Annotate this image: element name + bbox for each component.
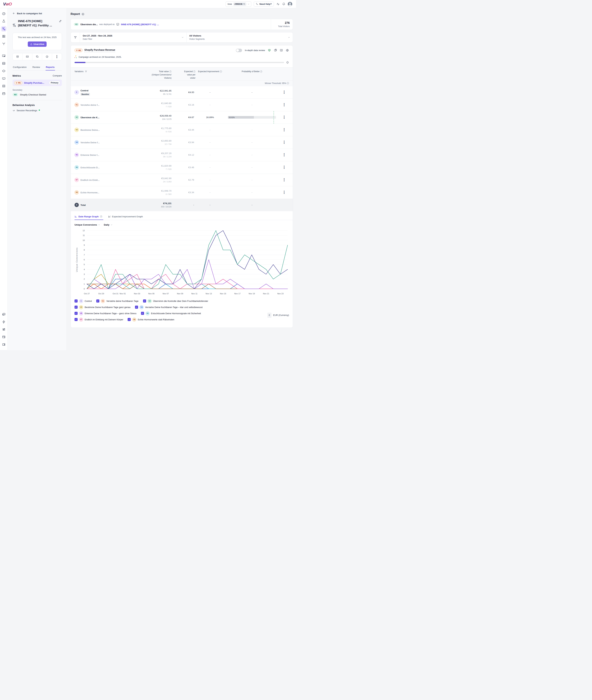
health-heart-icon[interactable] — [268, 49, 271, 52]
secondary-metric-item[interactable]: M2 Shopify Checkout Started — [12, 93, 62, 96]
legend-item-v1[interactable]: ✓V1Verstehe deine fruchtbaren Tage — [96, 299, 139, 303]
back-to-campaigns-link[interactable]: Back to campaigns list — [12, 12, 62, 15]
email-action[interactable] — [22, 53, 32, 60]
row-menu-kebab[interactable]: ••• — [279, 103, 289, 106]
row-menu-kebab[interactable]: ••• — [279, 166, 289, 169]
gear-icon[interactable] — [286, 49, 289, 52]
nav-history[interactable] — [1, 334, 6, 340]
nav-panel[interactable] — [1, 342, 6, 347]
need-help-button[interactable]: Need Help? — [254, 2, 274, 6]
nav-click-tracking[interactable] — [1, 53, 6, 59]
legend-item-v5[interactable]: ✓V5Erkenne Deine fruchtbaren Tage – ganz… — [75, 312, 137, 315]
table-row[interactable]: V1 Verstehe deine f... €1,640.60 7 / 520… — [71, 99, 293, 111]
nav-integrations[interactable] — [1, 319, 6, 325]
nav-recordings[interactable] — [1, 312, 6, 317]
visitor-segment-dropdown[interactable]: All Visitors Visitor Segments — [186, 32, 293, 42]
deployed-campaign-link[interactable]: INNE-679 [HOME] [BENEFIT #1]: ... — [121, 23, 159, 26]
nav-targeting[interactable] — [1, 68, 6, 74]
nav-settings[interactable] — [1, 327, 6, 332]
nav-lab[interactable] — [1, 18, 6, 24]
in-depth-toggle[interactable] — [236, 49, 242, 52]
date-filter-dropdown[interactable]: Oct 27, 2025 - Nov 24, 2025 Date Filter — [80, 32, 186, 42]
bell-icon[interactable] — [282, 2, 285, 6]
m1-badge: ☆M1 — [14, 81, 22, 85]
table-row[interactable]: V5 Erkenne Deine f... €9,207.20 39 / 2,2… — [71, 149, 293, 161]
legend-item-v6[interactable]: ✓V6Entschlüssele Deine Hormonsignale mit… — [141, 312, 201, 315]
checkbox-checked-icon[interactable]: ✓ — [75, 306, 78, 309]
checkbox-checked-icon[interactable]: ✓ — [75, 312, 78, 315]
help-icon[interactable]: ? — [193, 71, 195, 73]
nav-split[interactable] — [1, 41, 6, 47]
row-menu-kebab[interactable]: ••• — [279, 141, 289, 144]
row-menu-kebab[interactable]: ••• — [279, 91, 289, 94]
tab-reports[interactable]: Reports — [46, 64, 55, 71]
table-row[interactable]: V4 Verstehe Deine f... €2,893.80 12 / 73… — [71, 136, 293, 149]
legend-item-c[interactable]: ✓CControl — [75, 299, 92, 303]
help-icon[interactable]: ? — [100, 216, 102, 218]
conversions-visitors: 95 / 5,741 — [137, 93, 171, 95]
compare-toggle[interactable]: Compare — [53, 75, 62, 77]
nav-deploy[interactable] — [1, 76, 6, 81]
nav-data[interactable] — [1, 61, 6, 66]
account-selector[interactable]: Inne #996036 — [226, 1, 251, 7]
legend-item-v3[interactable]: ✓V3Bestimme Deine fruchtbaren Tage ganz … — [75, 305, 131, 309]
checkbox-checked-icon[interactable]: ✓ — [135, 306, 138, 309]
legend-item-v2[interactable]: ✓V2Übernimm die Kontrolle über Dein Fruc… — [143, 299, 208, 303]
session-recordings-link[interactable]: Session Recordings — [12, 109, 62, 112]
history-action[interactable] — [42, 53, 52, 60]
nav-layouts[interactable] — [1, 34, 6, 39]
row-menu-kebab[interactable]: ••• — [279, 128, 289, 132]
table-row[interactable]: T Total €74,131 303 / 18,526 - - - — [71, 199, 293, 211]
checkbox-checked-icon[interactable]: ✓ — [96, 299, 99, 302]
nav-servers[interactable] — [1, 83, 6, 89]
row-menu-kebab[interactable]: ••• — [279, 191, 289, 194]
table-row[interactable]: V7 Endlich im Einkl... €5,842.90 24 / 2,… — [71, 174, 293, 186]
row-menu-kebab[interactable]: ••• — [279, 115, 289, 119]
help-icon[interactable]: ? — [220, 71, 222, 73]
tab-review[interactable]: Review — [32, 64, 40, 71]
help-icon[interactable]: ? — [169, 71, 171, 73]
table-row[interactable]: V3 Bestimme Deine... €1,775.80 9 / 516 €… — [71, 124, 293, 136]
duplicate-action[interactable] — [32, 53, 42, 60]
vwo-logo[interactable]: VwO — [3, 2, 12, 6]
user-avatar[interactable] — [288, 2, 292, 6]
legend-item-v7[interactable]: ✓V7Endlich im Einklang mit Deinem Körper — [75, 318, 123, 322]
chart-metric-dropdown[interactable]: Unique Conversions — [75, 224, 100, 226]
tab-expected-improvement-graph[interactable]: Expected Improvement Graph — [108, 215, 143, 220]
archive-action[interactable] — [13, 53, 22, 60]
chart-granularity-dropdown[interactable]: Daily — [104, 224, 112, 226]
nav-ab-testing[interactable]: AB — [1, 26, 6, 32]
checkbox-checked-icon[interactable]: ✓ — [75, 299, 78, 302]
edit-icon[interactable] — [59, 19, 62, 22]
bell-icon[interactable] — [286, 61, 289, 64]
help-icon[interactable]: ? — [260, 71, 262, 73]
activity-icon[interactable] — [276, 2, 280, 6]
book-icon[interactable] — [280, 49, 283, 52]
tab-date-range-graph[interactable]: Date Range Graph? — [75, 215, 102, 220]
checkbox-checked-icon[interactable]: ✓ — [75, 318, 78, 321]
play-circle-icon[interactable] — [82, 13, 85, 15]
unarchive-button[interactable]: Unarchive — [28, 42, 47, 47]
nav-dashboard[interactable] — [1, 11, 6, 16]
help-icon[interactable]: ? — [287, 82, 289, 84]
tab-configuration[interactable]: Configuration — [12, 64, 27, 71]
table-row[interactable]: V2 Übernimm die K... €26,059.40 104 / 5,… — [71, 111, 293, 124]
row-menu-kebab[interactable]: ••• — [279, 153, 289, 156]
table-row[interactable]: C Control Baseline €22,941.85 95 / 5,741… — [71, 86, 293, 99]
row-menu-kebab[interactable]: ••• — [279, 178, 289, 182]
checkbox-checked-icon[interactable]: ✓ — [143, 299, 146, 302]
copy-icon[interactable] — [243, 3, 245, 5]
legend-item-v8[interactable]: ✓V8Echte Hormonwerte statt Rätselraten — [128, 318, 174, 322]
nav-calendar[interactable] — [1, 91, 6, 96]
more-actions[interactable]: ••• — [52, 53, 62, 60]
table-row[interactable]: V6 Entschlüssele D... €1,820.90 7 / 526 … — [71, 161, 293, 174]
legend-item-v4[interactable]: ✓V4Verstehe Deine fruchtbaren Tage – kla… — [135, 305, 203, 309]
svg-text:Oct 31: Oct 31 — [112, 292, 118, 295]
filter-icon[interactable] — [85, 71, 87, 73]
checkbox-checked-icon[interactable]: ✓ — [128, 318, 131, 321]
primary-metric-item[interactable]: ☆M1 Shopify Purchas... Primary — [12, 80, 62, 86]
checkbox-checked-icon[interactable]: ✓ — [141, 312, 144, 315]
pie-chart-icon[interactable] — [274, 49, 277, 52]
account-id-pill[interactable]: #996036 — [233, 2, 246, 6]
table-row[interactable]: V8 Echte Hormonw... €1,948.70 6 / 583 €3… — [71, 186, 293, 199]
